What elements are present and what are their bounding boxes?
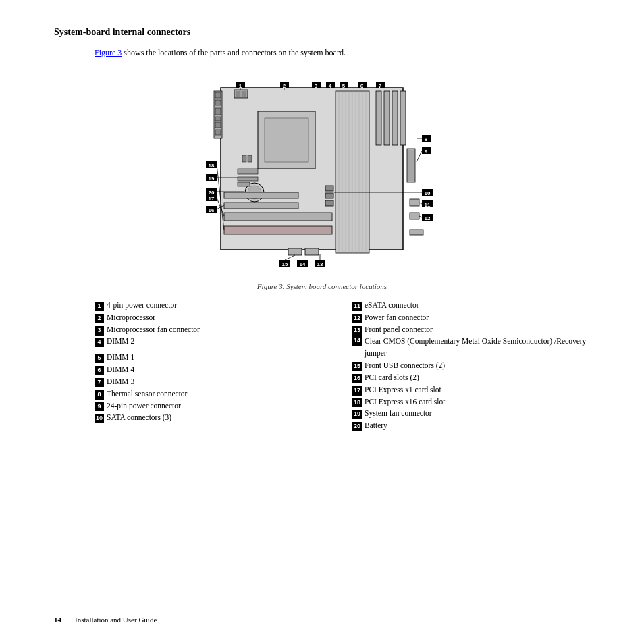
item-badge-3: 3 [95,326,104,336]
item-badge-10: 10 [95,414,104,423]
footer-text: Installation and User Guide [75,616,157,624]
svg-rect-23 [400,91,406,145]
svg-rect-44 [410,230,423,235]
legend-right: 11 eSATA connector 12 Power fan connecto… [352,300,590,432]
svg-text:8: 8 [425,136,428,142]
list-item: 7 DIMM 3 [95,376,332,388]
svg-rect-25 [236,91,240,97]
svg-rect-42 [410,199,419,206]
svg-rect-35 [325,200,333,206]
diagram-container: 1 2 3 4 5 6 7 [54,68,590,277]
svg-text:13: 13 [317,261,323,267]
svg-rect-43 [410,213,419,219]
svg-text:6: 6 [360,83,364,89]
item-badge-6: 6 [95,366,104,375]
svg-rect-49 [248,155,252,162]
list-item: 3 Microprocessor fan connector [95,324,332,336]
list-item: 19 System fan connector [352,408,590,420]
legend-left: 1 4-pin power connector 2 Microprocessor… [95,300,332,432]
svg-rect-34 [325,193,333,198]
item-label-19: System fan connector [365,408,432,420]
item-label-9: 24-pin power connector [107,400,181,412]
svg-rect-31 [224,213,332,221]
svg-text:15: 15 [282,261,288,267]
svg-text:12: 12 [425,215,431,221]
list-item: 20 Battery [352,420,590,432]
svg-rect-3 [215,100,221,105]
item-label-10: SATA connectors (3) [107,412,171,424]
svg-rect-29 [224,192,298,198]
legend: 1 4-pin power connector 2 Microprocessor… [95,300,590,432]
list-item: 1 4-pin power connector [95,300,332,312]
svg-rect-46 [238,177,258,181]
svg-text:11: 11 [425,202,431,208]
page-number: 14 [54,616,61,624]
svg-text:1: 1 [239,83,242,89]
svg-text:17: 17 [209,196,215,202]
item-label-11: eSATA connector [365,300,419,312]
item-badge-8: 8 [95,390,104,400]
item-label-7: DIMM 3 [107,376,134,388]
svg-line-77 [419,203,422,204]
section-title: System-board internal connectors [54,27,590,41]
figure3-link[interactable]: Figure 3 [95,48,122,57]
svg-rect-30 [224,203,298,209]
item-label-16: PCI card slots (2) [365,372,419,384]
list-item: 17 PCI Express x1 card slot [352,384,590,396]
svg-text:9: 9 [425,149,428,155]
svg-rect-32 [224,226,332,234]
intro-text: Figure 3 shows the locations of the part… [95,48,590,58]
item-label-2: Microprocessor [107,312,155,324]
item-label-6: DIMM 4 [107,364,134,376]
svg-text:3: 3 [315,83,318,89]
svg-rect-40 [288,248,302,255]
item-badge-9: 9 [95,402,104,411]
item-label-3: Microprocessor fan connector [107,324,200,336]
item-badge-15: 15 [352,362,362,371]
svg-rect-26 [242,91,246,97]
item-label-18: PCI Express x16 card slot [365,396,445,408]
diagram-wrap: 1 2 3 4 5 6 7 [180,68,464,277]
svg-text:5: 5 [342,83,346,89]
item-badge-2: 2 [95,314,104,323]
svg-rect-22 [392,91,398,145]
item-badge-1: 1 [95,302,104,311]
svg-text:7: 7 [379,83,382,89]
list-item: 13 Front panel connector [352,324,590,336]
item-badge-11: 11 [352,302,362,311]
svg-line-80 [419,216,422,217]
item-badge-5: 5 [95,354,104,363]
item-badge-12: 12 [352,314,362,323]
item-badge-17: 17 [352,386,362,396]
item-badge-14: 14 [352,336,362,346]
item-badge-16: 16 [352,374,362,383]
svg-rect-45 [238,169,258,174]
svg-line-71 [417,151,422,162]
page-footer: 14 Installation and User Guide [54,616,157,624]
item-badge-7: 7 [95,378,104,387]
list-item: 6 DIMM 4 [95,364,332,376]
svg-rect-9 [265,118,308,162]
item-badge-20: 20 [352,422,362,431]
motherboard-diagram: 1 2 3 4 5 6 7 [180,68,464,277]
svg-text:19: 19 [209,176,215,182]
svg-rect-7 [215,130,221,135]
page: System-board internal connectors Figure … [0,0,644,644]
item-label-15: Front USB connectors (2) [365,360,445,372]
item-label-8: Thermal sensor connector [107,388,187,400]
svg-rect-47 [238,182,250,186]
svg-rect-2 [215,92,221,98]
item-label-5: DIMM 1 [107,352,134,364]
svg-text:4: 4 [329,83,332,89]
list-item: 5 DIMM 1 [95,352,332,364]
svg-rect-48 [242,155,246,162]
svg-text:16: 16 [209,207,215,213]
item-label-13: Front panel connector [365,324,433,336]
list-item: 2 Microprocessor [95,312,332,324]
item-badge-19: 19 [352,410,362,419]
svg-text:18: 18 [209,163,215,169]
svg-text:10: 10 [425,190,431,196]
item-badge-4: 4 [95,338,104,347]
item-label-14: Clear CMOS (Complementary Metal Oxide Se… [365,336,590,360]
svg-rect-6 [215,122,221,128]
